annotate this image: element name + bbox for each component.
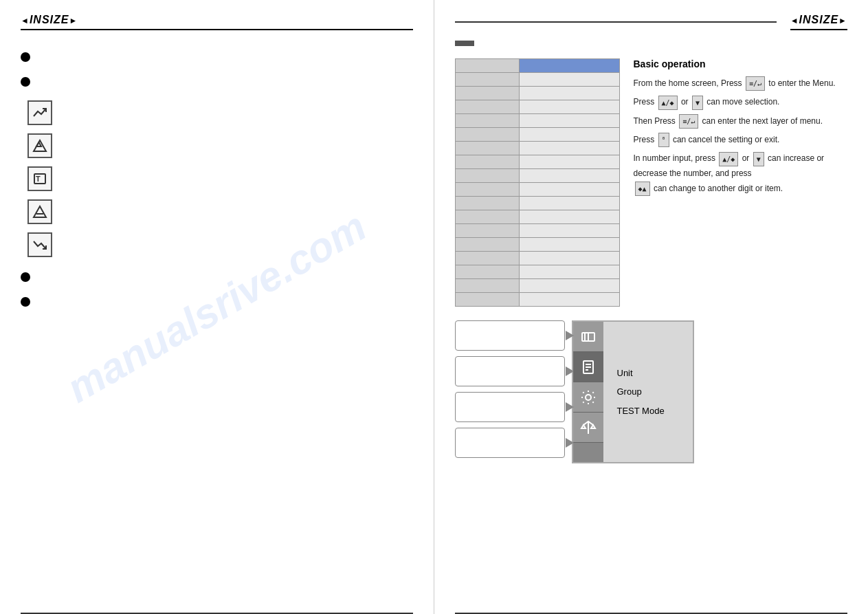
menu-section: Basic operation From the home screen, Pr… xyxy=(455,58,848,307)
menu-cell xyxy=(520,142,619,155)
list-item: T xyxy=(27,166,413,191)
menu-cell xyxy=(455,293,520,307)
menu-cell xyxy=(520,238,619,252)
callout-arrow-1 xyxy=(566,331,574,340)
widget-icon-balance[interactable] xyxy=(573,413,603,443)
bullet-section-3 xyxy=(21,271,413,282)
widget-icon-measure[interactable] xyxy=(573,322,603,352)
menu-cell xyxy=(455,183,520,197)
callout-list xyxy=(455,320,565,463)
left-column: INSIZE xyxy=(0,0,434,614)
right-brand-logo: INSIZE xyxy=(790,14,847,30)
menu-cell xyxy=(455,252,520,265)
step3-label: Then Press xyxy=(634,116,676,126)
menu-cell xyxy=(520,293,619,307)
menu-cell xyxy=(520,155,619,169)
step1-text: From the home screen, Press xyxy=(634,78,742,88)
menu-item-unit[interactable]: Unit xyxy=(617,364,679,382)
step4-label: Press xyxy=(634,135,655,144)
left-brand-logo: INSIZE xyxy=(21,14,413,30)
left-content: T xyxy=(21,51,413,307)
mountain-icon xyxy=(27,133,52,158)
svg-point-14 xyxy=(586,395,591,400)
menu-widget-icons xyxy=(573,322,603,462)
callout-arrow-3 xyxy=(566,402,574,412)
menu-widget-content: Unit Group TEST Mode xyxy=(603,322,693,462)
svg-marker-1 xyxy=(36,142,41,146)
list-item xyxy=(27,232,413,257)
step5d-text: can change to another digit or item. xyxy=(654,184,783,193)
callout-bubble-1 xyxy=(455,320,565,351)
menu-cell xyxy=(520,279,619,293)
diagram-section: Unit Group TEST Mode xyxy=(455,320,848,463)
menu-cell xyxy=(455,197,520,210)
callout-bubble-3 xyxy=(455,392,565,422)
callout-arrow-4 xyxy=(566,438,574,448)
menu-cell xyxy=(455,224,520,238)
step2-label: Press xyxy=(634,97,655,107)
trend-up-icon xyxy=(27,100,52,125)
menu-cell xyxy=(455,142,520,155)
updown-btn-icon[interactable]: ▲/◆ xyxy=(719,152,738,166)
menu-item-testmode[interactable]: TEST Mode xyxy=(617,402,679,420)
menu-cell xyxy=(520,87,619,100)
bullet-dot-4 xyxy=(21,297,30,307)
step1b-text: to enter the Menu. xyxy=(768,78,835,88)
menu-cell xyxy=(455,73,520,87)
callout-bubble-2 xyxy=(455,356,565,386)
menu-cell xyxy=(455,128,520,142)
trend-down-icon xyxy=(27,232,52,257)
left-header: INSIZE xyxy=(21,14,413,30)
menu-cell xyxy=(520,169,619,183)
menu-cell xyxy=(520,224,619,238)
bullet-section-2 xyxy=(21,76,413,87)
widget-icon-document[interactable] xyxy=(573,352,603,382)
bullet-section-4 xyxy=(21,296,413,307)
menu-cell xyxy=(520,114,619,128)
menu-cell xyxy=(455,59,520,73)
basic-op-title: Basic operation xyxy=(634,58,848,69)
menu-cell xyxy=(520,252,619,265)
list-item xyxy=(27,100,413,125)
menu-cell xyxy=(455,155,520,169)
digit-btn-icon[interactable]: ◆▲ xyxy=(635,182,650,196)
bullet-dot-1 xyxy=(21,52,30,62)
widget-icon-settings[interactable] xyxy=(573,382,603,413)
step5b-text: or xyxy=(742,153,750,163)
menu-cell xyxy=(520,265,619,279)
menu-cell xyxy=(455,87,520,100)
page-container: INSIZE xyxy=(0,0,868,614)
menu-cell xyxy=(455,265,520,279)
menu-cell xyxy=(455,210,520,224)
menu-cell xyxy=(455,169,520,183)
basic-operation-section: Basic operation From the home screen, Pr… xyxy=(634,58,848,307)
list-item xyxy=(27,199,413,224)
right-header: INSIZE xyxy=(455,14,848,30)
step3b-text: can enter the next layer of menu. xyxy=(702,116,823,126)
menu-cell xyxy=(520,73,619,87)
mountain2-icon xyxy=(27,199,52,224)
gray-label-bar xyxy=(455,41,474,46)
tolerance-icon: T xyxy=(27,166,52,191)
menu-cell xyxy=(455,114,520,128)
callout-bubble-4 xyxy=(455,428,565,458)
icon-list: T xyxy=(27,100,413,257)
menu-widget: Unit Group TEST Mode xyxy=(572,320,694,463)
cancel-btn-icon[interactable]: ⁰ xyxy=(658,133,669,147)
menu-table xyxy=(455,58,620,307)
menu-cell xyxy=(520,100,619,114)
svg-marker-4 xyxy=(34,206,46,217)
menu-cell-highlight xyxy=(520,59,619,73)
menu-cell xyxy=(455,100,520,114)
enter-btn-icon[interactable]: ≡/↵ xyxy=(679,114,698,129)
menu-item-group[interactable]: Group xyxy=(617,382,679,401)
up-btn-icon[interactable]: ▲/◆ xyxy=(658,96,678,110)
step2b-text: or xyxy=(681,97,689,107)
menu-table-container xyxy=(455,58,620,307)
down2-btn-icon[interactable]: ▼ xyxy=(753,152,764,166)
menu-btn-icon[interactable]: ≡/↵ xyxy=(746,76,765,91)
bottom-bullets xyxy=(21,271,413,307)
down-btn-icon[interactable]: ▼ xyxy=(692,96,703,110)
menu-cell xyxy=(520,128,619,142)
bullet-section-1 xyxy=(21,51,413,62)
